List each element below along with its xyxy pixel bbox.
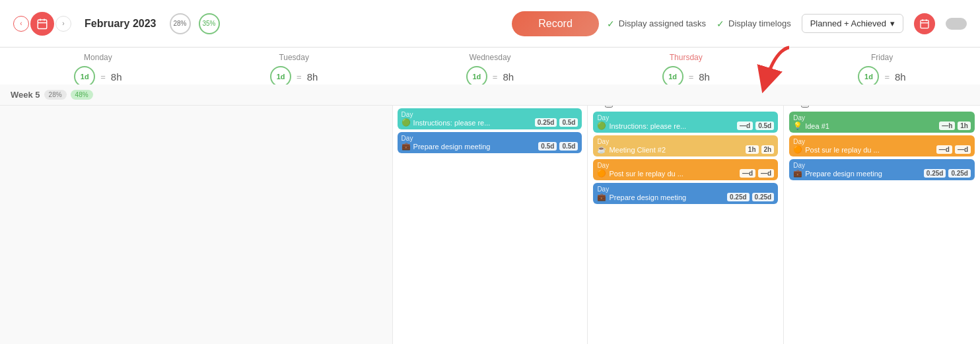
week-bar: Week 5 28% 48% bbox=[0, 85, 980, 106]
card-t2-3-t1: —d bbox=[740, 169, 755, 178]
card-t2-2-icon: ☕ bbox=[597, 145, 606, 154]
card-f3-1-t2: 1h bbox=[958, 121, 971, 130]
card-t2-4[interactable]: Day 💼 Prepare design meeting 0.25d 0.25d bbox=[593, 183, 778, 204]
day-header-thursday: Thursday 1d = 8h bbox=[588, 48, 784, 90]
day-header-monday: Monday 1d = 8h bbox=[0, 48, 196, 90]
card-f3-3[interactable]: Day 💼 Prepare design meeting 0.25d 0.25d bbox=[789, 159, 975, 180]
week-badge1: 28% bbox=[44, 90, 67, 100]
planned-dropdown[interactable]: Planned + Achieved ▾ bbox=[802, 14, 903, 33]
card-f3-3-t2: 0.25d bbox=[948, 169, 971, 178]
card-w1-2-t1: 0.5d bbox=[538, 142, 557, 151]
card-w1-2-icon: 💼 bbox=[402, 142, 411, 151]
day-header-tuesday: Tuesday 1d = 8h bbox=[196, 48, 392, 90]
card-t2-1-label: Instructions: please re... bbox=[609, 122, 734, 130]
day-name-wednesday: Wednesday bbox=[392, 53, 588, 62]
card-t2-1-t1: —d bbox=[737, 121, 753, 130]
display-timelogs-label: Display timelogs bbox=[728, 18, 791, 28]
day-name-thursday: Thursday bbox=[588, 53, 784, 62]
day-cell-t2: T2 + 38% 100% Day 🟢 Instructions: please… bbox=[588, 91, 784, 344]
card-t2-2-t1: 1h bbox=[746, 145, 759, 154]
badge-planned: 28% bbox=[170, 13, 191, 34]
card-f3-2[interactable]: Day 🟠 Post sur le replay du ... —d —d bbox=[789, 135, 975, 156]
week-badge2: 48% bbox=[71, 90, 93, 100]
display-timelogs-option[interactable]: ✓ Display timelogs bbox=[717, 18, 791, 29]
day-cell-f3: F3 + 25% 38% Day 💡 Idea #1 —h 1h Day bbox=[784, 91, 980, 344]
card-f3-3-label: Prepare design meeting bbox=[805, 170, 921, 178]
card-t2-1[interactable]: Day 🟢 Instructions: please re... —d 0.5d bbox=[593, 112, 778, 133]
day-cell-w1: W1 + 75% 100% Day 🟢 Instructions: please… bbox=[392, 91, 588, 344]
card-t2-2-t2: 2h bbox=[761, 145, 775, 154]
week-label-area bbox=[0, 90, 393, 344]
svg-rect-0 bbox=[38, 20, 47, 29]
card-t2-3-t2: —d bbox=[758, 169, 774, 178]
card-w1-1-t2: 0.5d bbox=[559, 118, 578, 127]
card-f3-3-t1: 0.25d bbox=[924, 169, 946, 178]
card-f3-1-label: Idea #1 bbox=[805, 122, 936, 130]
view-toggle[interactable] bbox=[946, 18, 967, 30]
check-timelogs-icon: ✓ bbox=[717, 18, 724, 29]
month-title: February 2023 bbox=[85, 18, 157, 30]
record-button[interactable]: Record bbox=[512, 11, 599, 36]
day-name-monday: Monday bbox=[0, 53, 196, 62]
card-w1-2-t2: 0.5d bbox=[559, 142, 578, 151]
day-name-friday: Friday bbox=[784, 53, 980, 62]
card-w1-2[interactable]: Day 💼 Prepare design meeting 0.5d 0.5d bbox=[398, 132, 582, 153]
day-header-friday: Friday 1d = 8h bbox=[784, 48, 980, 90]
card-f3-1-icon: 💡 bbox=[793, 121, 802, 130]
card-t2-3-icon: 🟠 bbox=[597, 169, 606, 178]
nav-arrows: ‹ › bbox=[13, 12, 71, 36]
card-w1-1[interactable]: Day 🟢 Instructions: please re... 0.25d 0… bbox=[398, 108, 582, 129]
card-w1-1-daylabel: Day bbox=[402, 111, 578, 118]
card-w1-1-label: Instructions: please re... bbox=[413, 119, 532, 127]
calendar-icon bbox=[36, 18, 48, 30]
card-t2-1-t2: 0.5d bbox=[755, 121, 774, 130]
card-w1-2-daylabel: Day bbox=[402, 135, 578, 142]
calendar-today-btn[interactable] bbox=[30, 12, 54, 36]
card-f3-2-icon: 🟠 bbox=[793, 145, 802, 154]
week-label: Week 5 bbox=[11, 90, 40, 100]
prev-btn[interactable]: ‹ bbox=[13, 16, 29, 32]
main-calendar-area: M30 + T31 + W1 + 75% 100% Day bbox=[0, 90, 980, 344]
next-btn[interactable]: › bbox=[55, 16, 71, 32]
card-t2-3-label: Post sur le replay du ... bbox=[609, 170, 737, 178]
card-t2-2[interactable]: Day ☕ Meeting Client #2 1h 2h bbox=[593, 135, 778, 156]
card-t2-4-label: Prepare design meeting bbox=[609, 193, 724, 201]
card-w1-1-t1: 0.25d bbox=[535, 118, 557, 127]
display-assigned-label: Display assigned tasks bbox=[619, 18, 706, 28]
calendar-small-icon bbox=[919, 18, 930, 29]
header-right-controls: ✓ Display assigned tasks ✓ Display timel… bbox=[607, 13, 967, 34]
day-header-wednesday: Wednesday 1d = 8h bbox=[392, 48, 588, 90]
card-f3-2-t1: —d bbox=[936, 145, 952, 154]
card-t2-3[interactable]: Day 🟠 Post sur le replay du ... —d —d bbox=[593, 159, 778, 180]
card-f3-1-t1: —h bbox=[939, 121, 955, 130]
display-assigned-option[interactable]: ✓ Display assigned tasks bbox=[607, 18, 706, 29]
card-t2-2-label: Meeting Client #2 bbox=[609, 146, 742, 154]
check-assigned-icon: ✓ bbox=[607, 18, 615, 29]
badge-achieved: 35% bbox=[199, 13, 220, 34]
card-f3-2-t2: —d bbox=[955, 145, 971, 154]
card-f3-3-icon: 💼 bbox=[793, 169, 802, 178]
day-name-tuesday: Tuesday bbox=[196, 53, 392, 62]
card-w1-1-icon: 🟢 bbox=[402, 118, 411, 127]
card-t2-1-icon: 🟢 bbox=[597, 121, 606, 130]
planned-dropdown-label: Planned + Achieved bbox=[810, 18, 886, 28]
top-header: ‹ › February 2023 28% 35% Record ✓ Displ… bbox=[0, 0, 980, 48]
card-t2-4-icon: 💼 bbox=[597, 193, 606, 201]
cal-icon-right-btn[interactable] bbox=[914, 13, 935, 34]
card-f3-1[interactable]: Day 💡 Idea #1 —h 1h bbox=[789, 112, 975, 133]
card-f3-2-label: Post sur le replay du ... bbox=[805, 146, 934, 154]
svg-rect-4 bbox=[921, 20, 928, 28]
card-t2-4-t1: 0.25d bbox=[727, 193, 750, 201]
card-t2-4-t2: 0.25d bbox=[752, 193, 775, 201]
chevron-down-icon: ▾ bbox=[890, 18, 895, 28]
card-w1-2-label: Prepare design meeting bbox=[413, 143, 536, 151]
